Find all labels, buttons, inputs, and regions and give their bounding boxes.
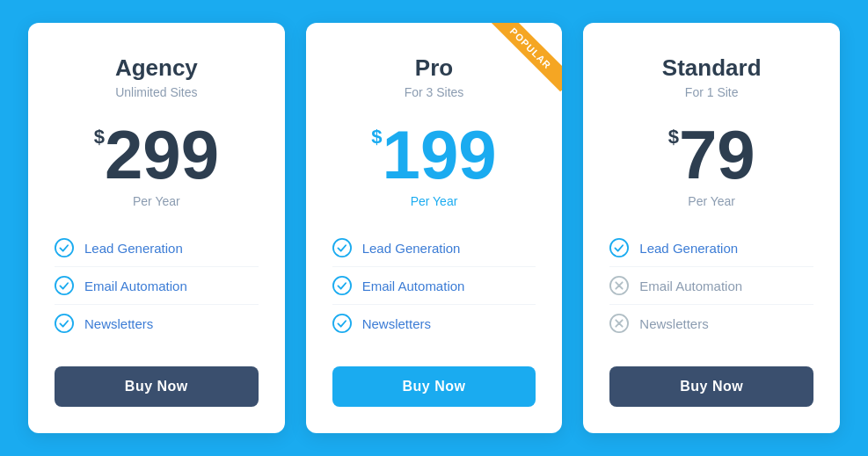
price-symbol: $ <box>94 127 105 147</box>
feature-item: Email Automation <box>332 267 536 305</box>
price-symbol: $ <box>668 127 679 147</box>
popular-label: POPULAR <box>487 23 562 91</box>
feature-label: Email Automation <box>639 279 742 293</box>
plan-card-agency: Agency Unlimited Sites $ 299 Per Year Le… <box>28 23 285 433</box>
svg-point-3 <box>333 239 351 257</box>
buy-button-pro[interactable]: Buy Now <box>332 366 536 407</box>
plan-name: Pro <box>415 54 453 82</box>
feature-item: Email Automation <box>609 267 813 305</box>
svg-point-0 <box>55 239 73 257</box>
price-block: $ 79 <box>668 120 755 189</box>
feature-label: Email Automation <box>84 279 187 293</box>
svg-point-6 <box>610 239 628 257</box>
price-symbol: $ <box>371 127 382 147</box>
cross-icon <box>609 276 629 295</box>
check-icon <box>55 276 74 295</box>
feature-item: Lead Generation <box>55 229 259 267</box>
feature-label: Lead Generation <box>84 241 183 256</box>
buy-button-agency[interactable]: Buy Now <box>55 366 259 407</box>
check-icon <box>609 238 629 257</box>
price-period: Per Year <box>133 194 180 208</box>
popular-ribbon: POPULAR <box>483 23 562 102</box>
check-icon <box>332 276 352 295</box>
feature-label: Newsletters <box>362 316 431 331</box>
pricing-container: Agency Unlimited Sites $ 299 Per Year Le… <box>18 23 850 433</box>
plan-name: Agency <box>115 54 198 82</box>
feature-label: Email Automation <box>362 279 465 293</box>
buy-button-standard[interactable]: Buy Now <box>609 366 813 407</box>
svg-point-4 <box>333 277 351 294</box>
feature-label: Newsletters <box>84 316 153 331</box>
price-amount: 79 <box>679 120 755 189</box>
feature-item: Lead Generation <box>609 229 813 267</box>
price-block: $ 199 <box>371 120 496 189</box>
plan-subtitle: Unlimited Sites <box>115 85 197 99</box>
plan-card-standard: Standard For 1 Site $ 79 Per Year Lead G… <box>583 23 840 433</box>
feature-label: Newsletters <box>639 316 708 331</box>
feature-item: Newsletters <box>609 305 813 342</box>
features-list: Lead Generation Email Automation Newslet… <box>332 229 536 342</box>
plan-subtitle: For 3 Sites <box>405 85 464 99</box>
svg-point-2 <box>55 315 73 332</box>
svg-point-1 <box>55 277 73 294</box>
features-list: Lead Generation Email Automation Newslet… <box>609 229 813 342</box>
check-icon <box>55 314 74 333</box>
price-period: Per Year <box>411 194 458 208</box>
price-period: Per Year <box>688 194 735 208</box>
plan-card-pro: POPULAR Pro For 3 Sites $ 199 Per Year L… <box>306 23 563 433</box>
price-amount: 299 <box>105 120 219 189</box>
price-amount: 199 <box>383 120 497 189</box>
feature-item: Newsletters <box>332 305 536 342</box>
feature-label: Lead Generation <box>639 241 738 256</box>
check-icon <box>332 238 352 257</box>
cross-icon <box>609 314 629 333</box>
feature-item: Lead Generation <box>332 229 536 267</box>
feature-label: Lead Generation <box>362 241 461 256</box>
feature-item: Email Automation <box>55 267 259 305</box>
svg-point-5 <box>333 315 351 332</box>
check-icon <box>332 314 352 333</box>
features-list: Lead Generation Email Automation Newslet… <box>55 229 259 342</box>
plan-name: Standard <box>662 54 762 82</box>
plan-subtitle: For 1 Site <box>685 85 739 99</box>
price-block: $ 299 <box>94 120 219 189</box>
feature-item: Newsletters <box>55 305 259 342</box>
check-icon <box>55 238 74 257</box>
